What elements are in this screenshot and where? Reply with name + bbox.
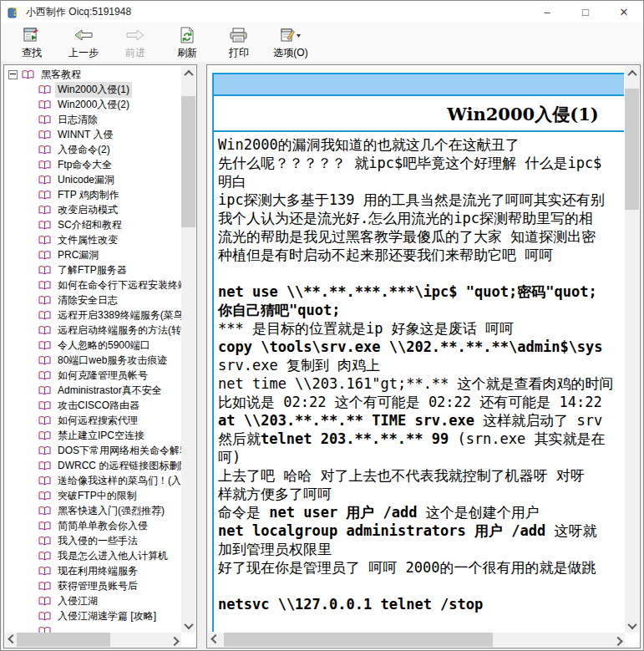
scroll-right-icon[interactable] xyxy=(167,633,181,647)
tree-item[interactable]: Win2000入侵(2) xyxy=(5,97,181,112)
content-horizontal-scrollbar[interactable] xyxy=(208,633,625,647)
content-vertical-scrollbar[interactable] xyxy=(625,66,639,633)
content-vscroll-thumb[interactable] xyxy=(625,89,639,210)
tree-item[interactable]: 远程开启3389终端服务(菜鸟版) xyxy=(5,308,181,323)
tree-item[interactable]: 如何远程搜索代理 xyxy=(5,413,181,428)
tree-item[interactable]: SC介绍和教程 xyxy=(5,217,181,232)
tree-item[interactable]: 入侵命令(2) xyxy=(5,142,181,157)
tree-item[interactable]: 80端口web服务攻击痕迹 xyxy=(5,353,181,368)
tree-item[interactable]: 日志清除 xyxy=(5,112,181,127)
tree-item-label: 黑客快速入门(强烈推荐) xyxy=(55,503,167,519)
tree-item[interactable]: 送给像我这样的菜鸟们！(入侵 xyxy=(5,473,181,488)
help-app-icon: ? xyxy=(8,5,21,18)
options-label: 选项(O) xyxy=(273,46,307,60)
tree-item[interactable]: 简简单单教会你入侵 xyxy=(5,518,181,533)
tree-item[interactable]: 我是怎么进入他人计算机 xyxy=(5,548,181,563)
tree-item[interactable]: 了解FTP服务器 xyxy=(5,262,181,277)
content-line xyxy=(218,613,624,632)
tree-item[interactable]: 禁止建立IPC空连接 xyxy=(5,428,181,443)
scroll-left-icon[interactable] xyxy=(208,633,222,647)
content-line: netsvc \\127.0.0.1 telnet /stop xyxy=(218,595,624,613)
options-button[interactable]: 选项(O) xyxy=(265,25,317,64)
close-button[interactable]: ✕ xyxy=(605,1,643,23)
tree-item[interactable]: 获得管理员账号后 xyxy=(5,578,181,593)
tree-vscroll-thumb[interactable] xyxy=(181,96,195,227)
tree-item[interactable]: FTP 鸡肉制作 xyxy=(5,187,181,202)
minimize-button[interactable]: – xyxy=(528,1,566,23)
tree-item[interactable]: 我入侵的一些手法 xyxy=(5,533,181,548)
content-line: 好了现在你是管理员了 呵呵 2000的一个很有用的就是做跳 xyxy=(218,558,624,577)
collapse-toggle-icon[interactable] xyxy=(8,70,18,79)
refresh-label: 刷新 xyxy=(177,46,197,60)
tree-horizontal-scrollbar[interactable] xyxy=(5,633,181,647)
refresh-button[interactable]: 刷新 xyxy=(161,25,213,64)
book-icon xyxy=(38,250,51,261)
tree-item[interactable]: WINNT 入侵 xyxy=(5,127,181,142)
scroll-down-icon[interactable] xyxy=(625,618,639,633)
tree-item-label: PRC漏洞 xyxy=(55,247,101,263)
back-button[interactable]: 上一步 xyxy=(58,25,109,64)
document-viewport: Win2000入侵(1) Win2000的漏洞我知道的也就这几个在这献丑了先什么… xyxy=(209,66,624,632)
tree-item[interactable]: PRC漏洞 xyxy=(5,247,181,262)
forward-label: 前进 xyxy=(125,46,145,60)
tree-item[interactable]: 改变启动模式 xyxy=(5,202,181,217)
content-line: 明白 xyxy=(218,172,624,191)
tree-item-label: DWRCC 的远程链接图标删除 xyxy=(55,458,181,474)
tree-item[interactable]: 入侵江湖 xyxy=(5,593,181,608)
maximize-button[interactable]: □ xyxy=(566,1,605,23)
tree-item[interactable]: 突破FTP中的限制 xyxy=(5,488,181,503)
tree-item-label: 远程开启3389终端服务(菜鸟版) xyxy=(55,308,181,323)
scroll-up-icon[interactable] xyxy=(181,66,195,80)
tree-item-label xyxy=(55,630,60,632)
scroll-down-icon[interactable] xyxy=(181,618,195,633)
title-bar: ? 小西制作 Oicq:5191948 – □ ✕ xyxy=(1,1,643,23)
svg-text:?: ? xyxy=(13,6,18,18)
tree-item-label: 入侵江湖 xyxy=(55,593,100,609)
tree-item[interactable]: 如何克隆管理员帐号 xyxy=(5,368,181,383)
refresh-icon xyxy=(180,27,195,43)
print-button[interactable]: 打印 xyxy=(213,25,265,64)
content-hscroll-thumb[interactable] xyxy=(224,633,493,647)
tree-item[interactable]: 清除安全日志 xyxy=(5,292,181,308)
tree-item[interactable]: DWRCC 的远程链接图标删除 xyxy=(5,458,181,473)
tree-item[interactable]: Administrastor真不安全 xyxy=(5,383,181,398)
scroll-up-icon[interactable] xyxy=(625,66,639,80)
tree-item-label: Unicode漏洞 xyxy=(55,172,117,188)
tree-item[interactable]: Unicode漏洞 xyxy=(5,172,181,187)
scroll-right-icon[interactable] xyxy=(611,633,625,647)
tree-item[interactable]: 入侵江湖速学篇 [攻略] xyxy=(5,608,181,623)
tree-hscroll-thumb[interactable] xyxy=(17,633,110,647)
tree-item[interactable]: DOS下常用网络相关命令解释 xyxy=(5,443,181,458)
tree-item[interactable]: 攻击CISCO路由器 xyxy=(5,398,181,413)
tree-item[interactable]: 黑客快速入门(强烈推荐) xyxy=(5,503,181,518)
tree-vertical-scrollbar[interactable] xyxy=(181,66,195,633)
tree-item-label: SC介绍和教程 xyxy=(55,217,124,233)
book-icon xyxy=(38,265,51,276)
page-title: Win2000入侵(1) xyxy=(212,96,624,132)
tree-item[interactable]: Ftp命令大全 xyxy=(5,157,181,172)
tree-item-label: 简简单单教会你入侵 xyxy=(55,518,150,534)
book-icon xyxy=(38,325,51,336)
content-line: 流光的帮助是我见过黑客教学最傻瓜的了大家 知道探测出密 xyxy=(218,227,624,246)
find-button[interactable]: 查找 xyxy=(6,25,58,64)
tree-item-label: 送给像我这样的菜鸟们！(入侵 xyxy=(55,473,181,489)
tree-item[interactable]: 远程启动终端服务的方法(转) xyxy=(5,323,181,338)
tree-item[interactable]: 令人忽略的5900端口 xyxy=(5,338,181,353)
header-band xyxy=(212,73,624,96)
tree-item[interactable]: 现在利用终端服务 xyxy=(5,563,181,578)
tree-item-label: FTP 鸡肉制作 xyxy=(55,187,122,203)
app-window: ? 小西制作 Oicq:5191948 – □ ✕ 查找上一步前进刷新打印选项(… xyxy=(0,0,644,651)
content-line: ipc探测大多基于139 用的工具当然是流光了呵呵其实还有别 xyxy=(218,191,624,209)
tree-item-label: 我是怎么进入他人计算机 xyxy=(55,548,170,564)
tree-item-label: 攻击CISCO路由器 xyxy=(55,398,142,414)
content-line: at \\203.**.**.** TIME srv.exe 这样就启动了 sr… xyxy=(218,411,624,430)
tree-item[interactable]: Win2000入侵(1) xyxy=(5,82,181,97)
tree-item[interactable]: 文件属性改变 xyxy=(5,232,181,247)
back-label: 上一步 xyxy=(68,46,99,60)
window-controls: – □ ✕ xyxy=(528,1,643,23)
book-icon xyxy=(38,175,51,186)
tree-item[interactable]: 如何在命令行下远程安装终端服务 xyxy=(5,277,181,292)
toolbar: 查找上一步前进刷新打印选项(O) xyxy=(1,23,643,64)
tree-item[interactable] xyxy=(5,623,181,633)
tree-item[interactable]: 黑客教程 xyxy=(5,67,181,82)
